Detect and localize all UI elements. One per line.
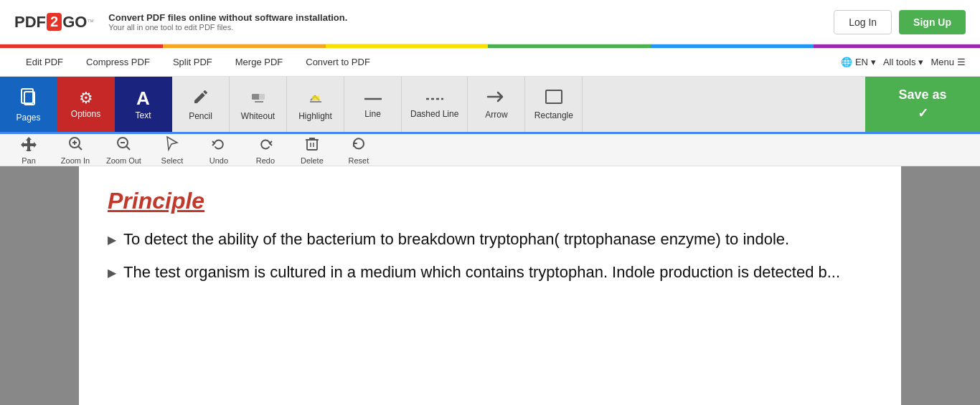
list-item-text-0: To detect the ability of the bacterium t… — [123, 229, 789, 251]
redo-tool[interactable]: Redo — [244, 133, 287, 168]
content-area: Principle To detect the ability of the b… — [0, 166, 980, 405]
nav-compress-pdf[interactable]: Compress PDF — [75, 48, 161, 77]
zoom-out-icon — [116, 135, 131, 155]
undo-icon — [211, 135, 227, 155]
options-label: Options — [71, 109, 100, 119]
tagline-sub: Your all in one tool to edit PDF files. — [108, 23, 834, 32]
options-tool[interactable]: ⚙ Options — [57, 77, 115, 132]
dashed-line-icon — [425, 90, 445, 106]
text-icon: A — [136, 89, 150, 108]
zoom-in-label: Zoom In — [61, 156, 90, 165]
pages-icon — [19, 87, 39, 110]
list-item-text-1: The test organism is cultured in a mediu… — [123, 262, 840, 284]
nav-convert-to-pdf[interactable]: Convert to PDF — [294, 48, 382, 77]
pages-tool[interactable]: Pages — [0, 77, 57, 132]
nav-edit-pdf[interactable]: Edit PDF — [14, 48, 75, 77]
svg-line-14 — [126, 146, 130, 150]
nav-menu-label: Menu — [930, 57, 954, 67]
text-label: Text — [135, 110, 151, 120]
redo-icon — [258, 135, 273, 155]
svg-rect-7 — [546, 90, 562, 103]
redo-label: Redo — [256, 156, 275, 165]
arrow-tool[interactable]: Arrow — [468, 77, 525, 132]
nav-right: 🌐 EN ▾ All tools ▾ Menu ☰ — [841, 57, 966, 67]
login-button[interactable]: Log In — [834, 10, 892, 34]
logo-go: GO — [62, 13, 87, 32]
svg-rect-4 — [312, 96, 319, 100]
signup-button[interactable]: Sign Up — [899, 10, 966, 34]
header-buttons: Log In Sign Up — [834, 10, 966, 34]
nav-merge-pdf[interactable]: Merge PDF — [224, 48, 294, 77]
logo-2-box: 2 — [47, 13, 62, 31]
pan-icon — [21, 135, 37, 155]
chevron-down-icon-2: ▾ — [918, 57, 923, 67]
zoom-in-tool[interactable]: Zoom In — [54, 133, 97, 168]
whiteout-tool[interactable]: Whiteout — [230, 77, 287, 132]
arrow-label: Arrow — [485, 110, 507, 120]
zoom-out-label: Zoom Out — [106, 156, 141, 165]
nav-menu[interactable]: Menu ☰ — [930, 57, 966, 67]
svg-rect-3 — [259, 94, 265, 100]
delete-label: Delete — [301, 156, 324, 165]
line-icon — [363, 90, 383, 106]
delete-icon — [304, 135, 320, 155]
nav-all-tools-label: All tools — [883, 57, 916, 67]
line-tool[interactable]: Line — [344, 77, 402, 132]
nav-language[interactable]: 🌐 EN ▾ — [841, 57, 876, 67]
whiteout-label: Whiteout — [241, 111, 275, 121]
pencil-label: Pencil — [189, 111, 212, 121]
undo-label: Undo — [209, 156, 228, 165]
nav-bar: Edit PDF Compress PDF Split PDF Merge PD… — [0, 48, 980, 77]
select-label: Select — [161, 156, 184, 165]
dashed-line-tool[interactable]: Dashed Line — [402, 77, 468, 132]
line-label: Line — [364, 109, 381, 119]
nav-split-pdf[interactable]: Split PDF — [161, 48, 224, 77]
pages-label: Pages — [16, 113, 40, 123]
save-as-label: Save as — [898, 87, 946, 103]
toolbar2: Pan Zoom In Zoom Out Select Undo Redo — [0, 134, 980, 166]
reset-tool[interactable]: Reset — [337, 133, 380, 168]
logo: PDF 2 GO ™ — [14, 13, 94, 32]
pencil-icon — [192, 88, 209, 108]
reset-label: Reset — [349, 156, 369, 165]
save-as-button[interactable]: Save as ✓ — [865, 77, 980, 132]
whiteout-icon — [250, 88, 267, 108]
toolbar: Pages ⚙ Options A Text Pencil — [0, 77, 980, 134]
logo-pdf: PDF — [14, 13, 46, 32]
select-icon — [164, 135, 180, 155]
svg-line-11 — [78, 146, 82, 150]
highlight-label: Highlight — [298, 111, 332, 121]
highlight-icon — [307, 88, 324, 108]
rectangle-label: Rectangle — [534, 110, 573, 120]
pan-label: Pan — [22, 156, 36, 165]
reset-icon — [351, 135, 367, 155]
globe-icon: 🌐 — [841, 57, 852, 67]
zoom-out-tool[interactable]: Zoom Out — [100, 133, 147, 168]
nav-all-tools[interactable]: All tools ▾ — [883, 57, 924, 67]
options-icon: ⚙ — [79, 90, 93, 106]
select-tool[interactable]: Select — [151, 133, 194, 168]
rectangle-tool[interactable]: Rectangle — [525, 77, 583, 132]
pdf-heading: Principle — [108, 188, 872, 214]
nav-language-label: EN — [855, 57, 868, 67]
highlight-tool[interactable]: Highlight — [287, 77, 344, 132]
dashed-line-label: Dashed Line — [410, 109, 458, 119]
delete-tool[interactable]: Delete — [291, 133, 334, 168]
pan-tool[interactable]: Pan — [7, 133, 50, 168]
pencil-tool[interactable]: Pencil — [172, 77, 230, 132]
header: PDF 2 GO ™ Convert PDF files online with… — [0, 0, 980, 44]
right-gutter — [901, 166, 980, 405]
list-item: The test organism is cultured in a mediu… — [108, 262, 872, 284]
text-tool[interactable]: A Text — [115, 77, 172, 132]
checkmark-icon: ✓ — [918, 105, 928, 121]
chevron-down-icon: ▾ — [871, 57, 876, 67]
list-item: To detect the ability of the bacterium t… — [108, 229, 872, 251]
undo-tool[interactable]: Undo — [197, 133, 240, 168]
tagline: Convert PDF files online without softwar… — [108, 12, 834, 32]
tagline-main: Convert PDF files online without softwar… — [108, 12, 834, 23]
logo-tm: ™ — [87, 18, 94, 26]
toolbar-wrapper: Pages ⚙ Options A Text Pencil — [0, 77, 980, 134]
pdf-list: To detect the ability of the bacterium t… — [108, 229, 872, 284]
rectangle-icon — [545, 89, 563, 108]
arrow-icon — [486, 90, 507, 107]
